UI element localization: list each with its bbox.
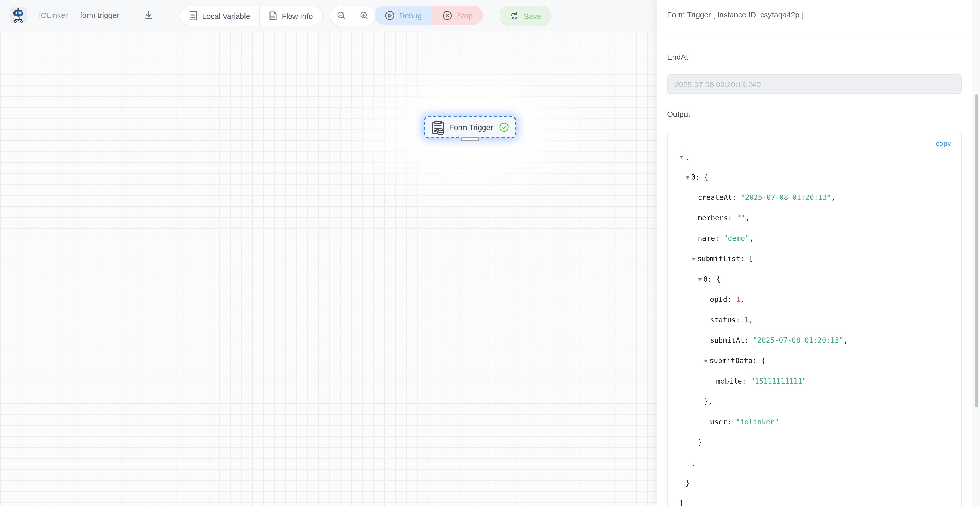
brand-name: IOLinker bbox=[39, 0, 68, 31]
endat-label: EndAt bbox=[667, 52, 688, 61]
zoom-in-button[interactable] bbox=[353, 6, 375, 25]
panel-scrollbar[interactable] bbox=[973, 0, 980, 506]
local-variable-label: Local Variable bbox=[202, 11, 250, 20]
json-row: [ bbox=[679, 146, 955, 167]
flow-name: form trigger bbox=[80, 0, 119, 31]
json-row: submitList: [ bbox=[679, 248, 955, 269]
app-root: Form Trigger bbox=[0, 0, 980, 506]
json-row: status: 1, bbox=[679, 309, 955, 330]
zoom-in-icon bbox=[360, 11, 369, 21]
collapse-arrow-icon[interactable] bbox=[686, 176, 690, 179]
divider bbox=[667, 37, 962, 37]
endat-input[interactable] bbox=[667, 75, 962, 94]
download-icon[interactable] bbox=[144, 11, 153, 20]
json-row: opId: 1, bbox=[679, 289, 955, 309]
json-row: ] bbox=[679, 493, 955, 506]
local-variable-button[interactable]: Local Variable bbox=[180, 6, 259, 25]
file-info-icon bbox=[269, 11, 277, 21]
json-row: 0: { bbox=[679, 167, 955, 187]
node-detail-panel: Form Trigger [ Instance ID: csyfaqa42p ]… bbox=[657, 0, 980, 506]
success-check-icon bbox=[499, 122, 509, 132]
panel-title: Form Trigger [ Instance ID: csyfaqa42p ] bbox=[667, 10, 803, 19]
json-row: mobile: "15111111111" bbox=[679, 371, 955, 391]
debug-label: Debug bbox=[399, 11, 422, 20]
canvas-tools-group: Local Variable Flow Info bbox=[180, 6, 323, 26]
collapse-arrow-icon[interactable] bbox=[679, 155, 683, 159]
scrollbar-thumb[interactable] bbox=[975, 94, 978, 407]
node-label: Form Trigger bbox=[449, 123, 499, 132]
json-row: } bbox=[679, 473, 955, 493]
json-row: createAt: "2025-07-08 01:20:13", bbox=[679, 187, 955, 208]
zoom-out-button[interactable] bbox=[330, 6, 353, 25]
x-circle-icon bbox=[442, 11, 452, 20]
stop-button[interactable]: Stop bbox=[432, 6, 483, 25]
zoom-controls bbox=[330, 6, 376, 26]
form-trigger-node[interactable]: Form Trigger bbox=[424, 116, 516, 138]
json-row: }, bbox=[679, 391, 955, 412]
json-row: } bbox=[679, 432, 955, 452]
json-row: ] bbox=[679, 452, 955, 473]
output-json-box: copy [0: {createAt: "2025-07-08 01:20:13… bbox=[667, 132, 962, 506]
json-row: submitData: { bbox=[679, 351, 955, 371]
json-row: name: "demo", bbox=[679, 228, 955, 248]
flow-info-label: Flow Info bbox=[282, 11, 313, 20]
save-label: Save bbox=[524, 11, 541, 20]
save-button[interactable]: Save bbox=[500, 6, 551, 26]
json-row: 0: { bbox=[679, 269, 955, 289]
play-circle-icon bbox=[385, 11, 395, 20]
collapse-arrow-icon[interactable] bbox=[704, 360, 708, 363]
zoom-out-icon bbox=[337, 11, 346, 21]
robot-logo-icon bbox=[11, 8, 26, 23]
json-row: user: "iolinker" bbox=[679, 412, 955, 432]
json-tree: [0: {createAt: "2025-07-08 01:20:13",mem… bbox=[668, 132, 961, 506]
flow-info-button[interactable]: Flow Info bbox=[259, 6, 322, 25]
app-logo bbox=[10, 7, 27, 24]
output-label: Output bbox=[667, 109, 690, 118]
node-output-handle[interactable] bbox=[461, 137, 479, 141]
debug-button[interactable]: Debug bbox=[375, 6, 432, 25]
json-row: submitAt: "2025-07-08 01:20:13", bbox=[679, 330, 955, 351]
run-controls: Debug Stop bbox=[375, 6, 483, 25]
document-lines-icon bbox=[189, 11, 197, 21]
collapse-arrow-icon[interactable] bbox=[698, 278, 702, 281]
stop-label: Stop bbox=[457, 11, 473, 20]
json-row: members: "", bbox=[679, 208, 955, 228]
collapse-arrow-icon[interactable] bbox=[692, 258, 696, 261]
form-icon bbox=[431, 120, 445, 135]
sync-icon bbox=[509, 11, 519, 21]
